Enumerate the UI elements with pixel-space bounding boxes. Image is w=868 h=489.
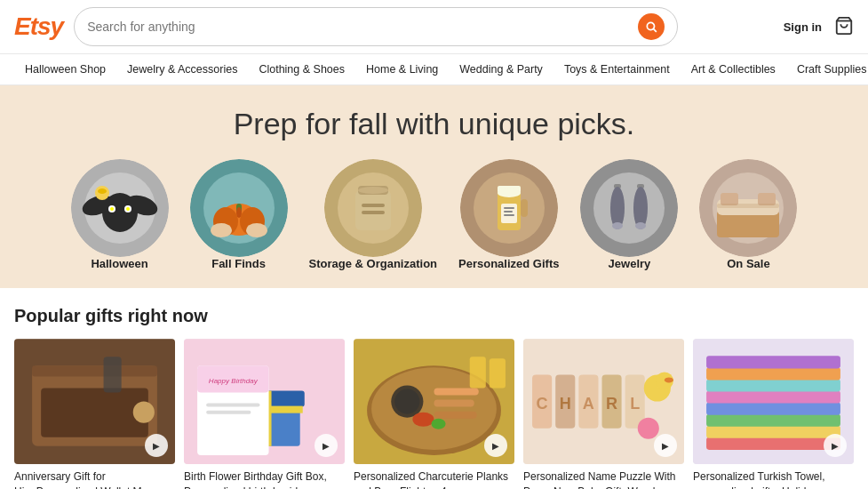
product-title-charcuterie: Personalized Charcuterie Planks and Beer… [354,469,514,489]
svg-point-0 [647,22,654,29]
nav-item-halloween-shop[interactable]: Halloween Shop [14,54,116,84]
popular-section-title: Popular gifts right now [14,306,854,326]
svg-point-22 [246,223,267,237]
product-card-wallet[interactable]: ▶ Anniversary Gift for Him,Personalized … [14,339,175,489]
nav-item-toys[interactable]: Toys & Entertainment [553,54,681,84]
svg-rect-77 [434,400,474,407]
svg-point-46 [612,222,623,229]
category-storage-label: Storage & Organization [309,257,437,270]
product-card-towel[interactable]: ▶ Personalized Turkish Towel, personaliz… [693,339,854,489]
product-card-charcuterie[interactable]: ▶ Personalized Charcuterie Planks and Be… [354,339,514,489]
category-sale-label: On Sale [727,257,769,270]
sign-in-button[interactable]: Sign in [784,20,822,34]
svg-rect-57 [32,365,157,376]
cart-icon [834,16,854,36]
svg-point-11 [126,207,130,211]
svg-text:C: C [537,395,548,413]
etsy-logo[interactable]: Etsy [14,12,63,41]
svg-rect-106 [706,356,840,368]
svg-rect-76 [434,389,479,396]
category-sale[interactable]: On Sale [699,159,797,270]
svg-rect-27 [362,204,385,207]
category-fall-finds-image [190,159,288,257]
svg-rect-39 [504,214,514,216]
svg-rect-105 [706,367,840,380]
svg-rect-104 [706,379,840,391]
svg-point-41 [593,172,665,244]
product-image-birthday: Happy Birthday ▶ [184,339,345,464]
svg-point-96 [665,377,673,382]
svg-point-79 [412,413,434,427]
svg-rect-70 [206,411,251,414]
nav-item-wedding[interactable]: Wedding & Party [449,54,553,84]
product-card-puzzle[interactable]: C H A R L [523,339,684,489]
category-sale-image [699,159,797,257]
products-grid: ▶ Anniversary Gift for Him,Personalized … [14,339,854,489]
play-button-puzzle[interactable]: ▶ [654,434,677,457]
svg-rect-38 [504,211,513,212]
search-button[interactable] [638,13,665,40]
hero-title: Prep for fall with unique picks. [14,107,854,141]
category-fall-finds[interactable]: Fall Finds [190,159,288,270]
svg-point-29 [358,187,388,194]
product-title-birthday: Birth Flower Birthday Gift Box, Personal… [184,469,345,489]
svg-rect-60 [104,357,122,392]
svg-text:L: L [630,395,640,413]
nav-item-jewelry[interactable]: Jewelry & Accessories [116,54,248,84]
play-button-wallet[interactable]: ▶ [145,434,168,457]
nav-item-clothing[interactable]: Clothing & Shoes [248,54,355,84]
play-button-towel[interactable]: ▶ [824,434,847,457]
category-storage[interactable]: Storage & Organization [309,159,437,270]
search-input[interactable] [87,20,638,34]
product-title-puzzle: Personalized Name Puzzle With Pegs, New … [523,469,684,489]
category-circles: Halloween Fall Finds [14,159,854,270]
svg-rect-69 [206,404,259,407]
svg-point-59 [133,402,155,423]
category-personalized[interactable]: Personalized Gifts [458,159,559,270]
svg-rect-100 [706,426,840,438]
product-card-birthday[interactable]: Happy Birthday ▶ Birth Flower Birthday G… [184,339,345,489]
category-personalized-label: Personalized Gifts [458,257,559,270]
nav-item-art[interactable]: Art & Collectibles [681,54,786,84]
svg-rect-37 [504,207,514,209]
category-halloween[interactable]: Halloween [71,159,169,270]
product-title-wallet: Anniversary Gift for Him,Personalized Wa… [14,469,175,489]
category-halloween-label: Halloween [91,257,147,270]
nav-item-home[interactable]: Home & Living [355,54,449,84]
cart-button[interactable] [834,16,854,38]
product-image-charcuterie: ▶ [354,339,514,464]
search-icon [645,20,657,33]
svg-point-80 [431,419,445,429]
svg-text:R: R [606,395,617,413]
svg-rect-53 [758,193,776,205]
svg-rect-102 [706,403,840,415]
svg-point-20 [236,207,242,218]
svg-rect-34 [521,199,528,217]
svg-rect-78 [434,412,477,419]
hero-banner: Prep for fall with unique picks. Hallowe… [0,85,868,288]
svg-text:H: H [560,395,571,413]
product-image-towel: ▶ [693,339,854,464]
header: Etsy Sign in [0,0,868,54]
svg-rect-58 [41,389,148,437]
category-jewelry-label: Jewelry [609,257,651,270]
category-jewelry[interactable]: Jewelry [580,159,678,270]
svg-rect-28 [362,211,385,214]
svg-text:Happy Birthday: Happy Birthday [209,377,259,385]
category-storage-image [324,159,422,257]
play-button-birthday[interactable]: ▶ [315,434,338,457]
category-fall-finds-label: Fall Finds [211,257,266,270]
svg-rect-101 [706,414,840,427]
product-image-puzzle: C H A R L [523,339,684,464]
header-actions: Sign in [784,16,854,38]
svg-line-1 [654,29,657,32]
svg-point-35 [498,188,521,197]
nav-item-craft[interactable]: Craft Supplies [786,54,868,84]
svg-rect-25 [355,190,391,230]
svg-rect-99 [706,437,840,450]
svg-point-47 [635,222,646,229]
category-halloween-image [71,159,169,257]
play-button-charcuterie[interactable]: ▶ [484,434,507,457]
product-title-towel: Personalized Turkish Towel, personalized… [693,469,854,489]
svg-rect-82 [490,358,506,388]
